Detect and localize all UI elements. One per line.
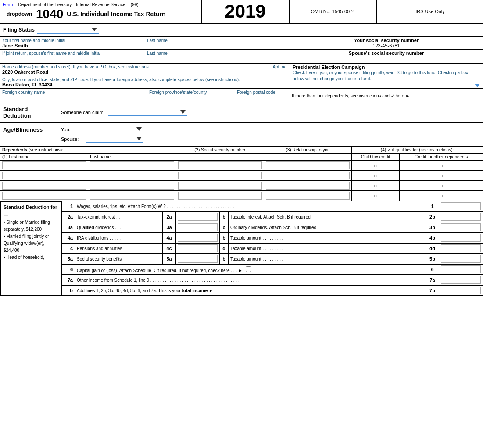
dep-3-rel[interactable]: [264, 181, 351, 191]
address-label: Home address (number and street). If you…: [2, 65, 150, 69]
presidential-dropdown[interactable]: [293, 84, 480, 87]
dep-4-child-checkbox[interactable]: □: [352, 191, 400, 201]
line-5b-input[interactable]: [441, 255, 481, 263]
address-value: 2020 Oakcrest Road: [2, 69, 288, 75]
dep-3-other-checkbox[interactable]: □: [400, 181, 483, 191]
svg-marker-2: [180, 110, 186, 114]
form-title: U.S. Individual Income Tax Return: [67, 10, 165, 18]
dep-3-ssn[interactable]: [176, 181, 264, 191]
line-4b-input-cell[interactable]: [439, 233, 483, 243]
dep-other-credit-header: Credit for other dependents: [400, 154, 483, 161]
more-dep-checkbox[interactable]: [412, 93, 416, 97]
dep-1-ssn[interactable]: [176, 161, 264, 171]
line-4d-input-cell[interactable]: [439, 244, 483, 254]
dep-4-first[interactable]: [0, 191, 88, 201]
you-dropdown[interactable]: [86, 125, 143, 133]
line-5a-input[interactable]: [178, 255, 218, 263]
dep-4-other-checkbox[interactable]: □: [400, 191, 483, 201]
dep-1-ssn-input[interactable]: [178, 161, 262, 169]
line-7a-input[interactable]: [441, 276, 481, 284]
dep-4-last[interactable]: [88, 191, 176, 201]
line-7b-input-cell[interactable]: [439, 286, 483, 296]
line-2a-input[interactable]: [178, 213, 218, 221]
dep-2-last-input[interactable]: [90, 172, 174, 179]
line-5a-input-cell[interactable]: [176, 254, 220, 264]
dep-2-ssn[interactable]: [176, 171, 264, 181]
dep-2-first-input[interactable]: [2, 172, 86, 179]
line-3b-input-cell[interactable]: [439, 222, 483, 233]
line-3b-label: Ordinary dividends. Attach Sch. B if req…: [229, 222, 426, 233]
you-dropdown-arrow: [136, 127, 142, 131]
line-4d-input[interactable]: [441, 244, 481, 252]
dep-2-other-checkbox[interactable]: □: [400, 171, 483, 181]
dep-2-rel[interactable]: [264, 171, 351, 181]
dep-3-child-checkbox[interactable]: □: [352, 181, 400, 191]
dep-3-rel-input[interactable]: [266, 182, 350, 190]
dep-4-ssn-input[interactable]: [178, 192, 262, 200]
dep-4-last-input[interactable]: [90, 192, 174, 200]
dep-1-first[interactable]: [0, 161, 88, 171]
dep-2-rel-input[interactable]: [266, 172, 350, 179]
line-2a-ref: 2a: [163, 212, 176, 222]
dep-4-rel[interactable]: [264, 191, 351, 201]
line-4c-input-cell[interactable]: [176, 244, 220, 254]
line-7b-table: b Add lines 1, 2b, 3b, 4b, 4d, 5b, 6, an…: [61, 285, 483, 296]
dep-1-other-checkbox[interactable]: □: [400, 161, 483, 171]
dep-1-last[interactable]: [88, 161, 176, 171]
line-6-input[interactable]: [441, 265, 481, 273]
dep-4-rel-input[interactable]: [266, 192, 350, 200]
dep-3-last[interactable]: [88, 181, 176, 191]
line-7b-input[interactable]: [441, 287, 481, 294]
line-4a-input-cell[interactable]: [176, 233, 220, 243]
line-5a-row: 5a Social security benefits 5a b Taxable…: [62, 254, 483, 264]
line-7a-input-cell[interactable]: [439, 275, 483, 285]
dropdown-box[interactable]: dropdown: [3, 10, 36, 18]
first-name-cell: Your first name and middle initial Jane …: [0, 37, 145, 50]
city-label: City, town or post office, state, and ZI…: [2, 77, 288, 82]
dep-3-ssn-input[interactable]: [178, 182, 262, 190]
line-2b-input[interactable]: [441, 213, 481, 221]
line-5b-input-cell[interactable]: [439, 254, 483, 264]
line-4c-input[interactable]: [178, 244, 218, 252]
dep-1-rel[interactable]: [264, 161, 351, 171]
dep-1-child-checkbox[interactable]: □: [352, 161, 400, 171]
tax-year: 2019: [225, 1, 265, 22]
dep-3-first[interactable]: [0, 181, 88, 191]
dep-1-last-input[interactable]: [90, 161, 174, 169]
line-4a-input[interactable]: [178, 234, 218, 242]
line-1-input-cell[interactable]: [439, 201, 483, 211]
spouse-dropdown[interactable]: [86, 135, 143, 143]
dep-3-last-input[interactable]: [90, 182, 174, 190]
line-2a-input-cell[interactable]: [176, 212, 220, 222]
dep-4-first-input[interactable]: [2, 192, 86, 200]
dep-2-child-checkbox[interactable]: □: [352, 171, 400, 181]
line-3a-input-cell[interactable]: [176, 222, 220, 233]
line-1-input[interactable]: [441, 202, 481, 210]
line-4a-num: 4a: [62, 233, 75, 243]
line-3a-input[interactable]: [178, 223, 218, 231]
code-text: (99): [131, 2, 139, 7]
form-dropdown[interactable]: dropdown 1040: [3, 7, 63, 21]
line-2b-input-cell[interactable]: [439, 212, 483, 222]
filing-status-dropdown[interactable]: [37, 25, 99, 34]
sidebar-item-married-jointly: • Married filing jointly or Qualifying w…: [4, 233, 58, 254]
dep-4-ssn[interactable]: [176, 191, 264, 201]
line-6-checkbox[interactable]: [246, 266, 251, 272]
dep-2-last[interactable]: [88, 171, 176, 181]
someone-dropdown[interactable]: [108, 108, 187, 116]
spouse-last-name-cell: Last name: [145, 50, 290, 63]
dep-2-ssn-input[interactable]: [178, 172, 262, 179]
line-4b-input[interactable]: [441, 234, 481, 242]
line-6-input-cell[interactable]: [439, 265, 483, 275]
dependents-header-row: Dependents (see instructions): (2) Socia…: [0, 147, 483, 154]
line-3b-input[interactable]: [441, 223, 481, 231]
line-7a-num: 7a: [62, 275, 75, 285]
dep-1-first-input[interactable]: [2, 161, 86, 169]
dep-2-first[interactable]: [0, 171, 88, 181]
line-6-table: 6 Capital gain or (loss). Attach Schedul…: [61, 264, 483, 275]
dep-1-rel-input[interactable]: [266, 161, 350, 169]
form-link[interactable]: Form: [3, 2, 13, 7]
dep-3-first-input[interactable]: [2, 182, 86, 190]
dep-row-2: □ □: [0, 171, 483, 181]
line-5a-table: 5a Social security benefits 5a b Taxable…: [61, 254, 483, 264]
